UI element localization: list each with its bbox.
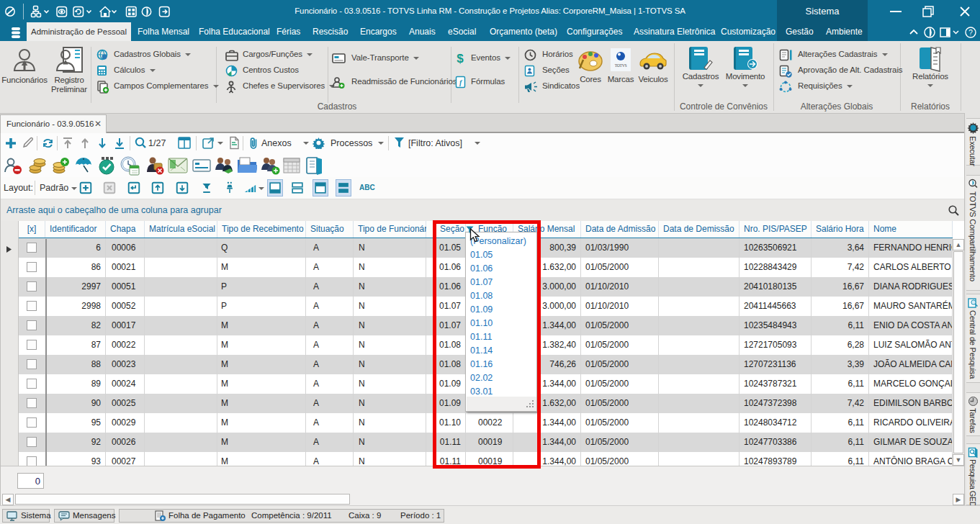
svg-text:?: ? [968, 29, 973, 37]
svg-text:$: $ [457, 52, 464, 65]
svg-text:TOTVS: TOTVS [615, 63, 627, 68]
